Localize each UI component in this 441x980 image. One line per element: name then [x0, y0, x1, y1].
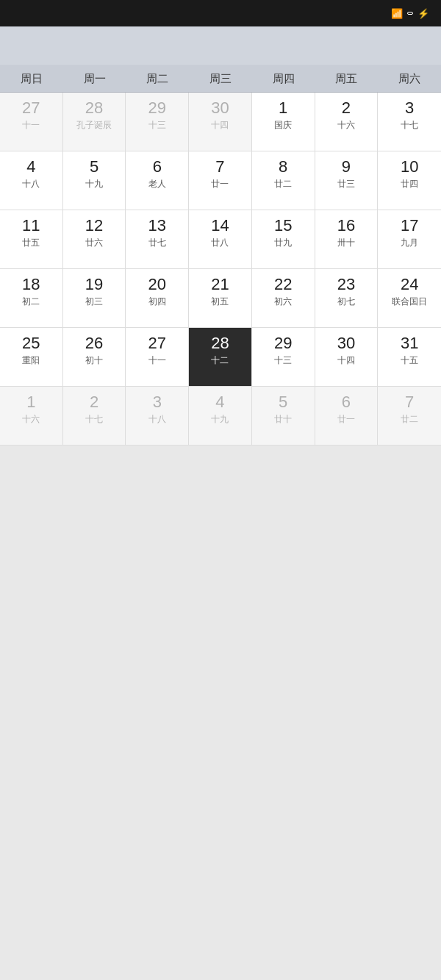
day-cell[interactable]: 4十八	[0, 151, 63, 210]
day-cell[interactable]: 3十七	[378, 93, 441, 151]
day-subtitle: 十三	[274, 355, 292, 367]
dow-cell: 周二	[126, 65, 189, 92]
day-cell[interactable]: 14廿八	[189, 210, 252, 269]
day-cell[interactable]: 22初六	[252, 269, 315, 328]
day-number: 3	[405, 99, 414, 118]
day-number: 14	[211, 216, 229, 235]
day-subtitle: 初五	[211, 296, 229, 308]
day-number: 6	[153, 157, 162, 176]
day-cell[interactable]: 15廿九	[252, 210, 315, 269]
day-cell[interactable]: 5十九	[63, 151, 126, 210]
dow-cell: 周一	[63, 65, 126, 92]
day-subtitle: 联合国日	[392, 296, 427, 308]
day-number: 29	[148, 99, 166, 118]
day-cell[interactable]: 23初七	[315, 269, 379, 328]
day-subtitle: 廿二	[274, 179, 292, 190]
day-number: 4	[26, 157, 35, 176]
day-number: 7	[405, 393, 414, 412]
day-cell[interactable]: 18初二	[0, 269, 63, 328]
day-subtitle: 十三	[148, 120, 166, 132]
day-subtitle: 重阳	[22, 355, 40, 367]
day-number: 27	[22, 99, 40, 118]
day-subtitle: 十七	[401, 120, 418, 132]
day-cell[interactable]: 10廿四	[378, 151, 441, 210]
day-subtitle: 十五	[401, 355, 418, 367]
day-number: 30	[211, 99, 229, 118]
day-subtitle: 廿六	[85, 237, 103, 249]
day-number: 10	[401, 157, 418, 176]
day-cell[interactable]: 16卅十	[315, 210, 379, 269]
day-cell[interactable]: 20初四	[126, 269, 189, 328]
day-cell[interactable]: 28孔子诞辰	[63, 93, 126, 151]
day-number: 9	[342, 157, 351, 176]
dow-cell: 周五	[315, 65, 379, 92]
day-subtitle: 十一	[22, 120, 40, 132]
day-number: 17	[401, 216, 418, 235]
day-number: 25	[22, 334, 40, 353]
day-subtitle: 初七	[337, 296, 355, 308]
day-cell[interactable]: 8廿二	[252, 151, 315, 210]
day-cell[interactable]: 2十七	[63, 387, 126, 446]
day-number: 2	[90, 393, 98, 412]
day-cell[interactable]: 26初十	[63, 328, 126, 387]
day-subtitle: 廿一	[211, 179, 229, 190]
day-number: 6	[342, 393, 351, 412]
day-cell[interactable]: 6老人	[126, 151, 189, 210]
status-right: 📶 ⚡	[391, 8, 429, 19]
day-cell[interactable]: 21初五	[189, 269, 252, 328]
day-cell[interactable]: 28十二	[189, 328, 252, 387]
day-subtitle: 孔子诞辰	[76, 120, 112, 132]
day-number: 5	[90, 157, 98, 176]
day-subtitle: 十九	[211, 414, 229, 426]
day-cell[interactable]: 9廿三	[315, 151, 379, 210]
day-cell[interactable]: 17九月	[378, 210, 441, 269]
day-cell[interactable]: 24联合国日	[378, 269, 441, 328]
day-cell[interactable]: 30十四	[315, 328, 379, 387]
day-cell[interactable]: 13廿七	[126, 210, 189, 269]
day-cell[interactable]: 25重阳	[0, 328, 63, 387]
day-cell[interactable]: 3十八	[126, 387, 189, 446]
day-number: 24	[401, 275, 418, 294]
day-subtitle: 廿二	[401, 414, 418, 426]
day-number: 23	[337, 275, 355, 294]
day-subtitle: 十七	[85, 414, 103, 426]
day-cell[interactable]: 29十三	[126, 93, 189, 151]
day-subtitle: 廿一	[337, 414, 355, 426]
day-cell[interactable]: 11廿五	[0, 210, 63, 269]
day-cell[interactable]: 27十一	[0, 93, 63, 151]
day-number: 16	[337, 216, 355, 235]
day-cell[interactable]: 1国庆	[252, 93, 315, 151]
day-cell[interactable]: 7廿一	[189, 151, 252, 210]
day-cell[interactable]: 2十六	[315, 93, 379, 151]
day-cell[interactable]: 5廿十	[252, 387, 315, 446]
day-cell[interactable]: 27十一	[126, 328, 189, 387]
day-cell[interactable]: 7廿二	[378, 387, 441, 446]
day-subtitle: 十八	[22, 179, 40, 190]
day-subtitle: 十四	[337, 355, 355, 367]
day-subtitle: 十二	[211, 355, 229, 367]
day-cell[interactable]: 6廿一	[315, 387, 379, 446]
day-cell[interactable]: 31十五	[378, 328, 441, 387]
day-cell[interactable]: 19初三	[63, 269, 126, 328]
day-number: 3	[153, 393, 162, 412]
day-number: 21	[211, 275, 229, 294]
day-of-week-row: 周日周一周二周三周四周五周六	[0, 65, 441, 93]
day-cell[interactable]: 4十九	[189, 387, 252, 446]
day-number: 27	[148, 334, 166, 353]
day-cell[interactable]: 1十六	[0, 387, 63, 446]
day-number: 29	[274, 334, 292, 353]
day-subtitle: 初三	[85, 296, 103, 308]
day-cell[interactable]: 30十四	[189, 93, 252, 151]
day-number: 1	[26, 393, 35, 412]
signal-icon: 📶	[391, 8, 403, 19]
day-number: 22	[274, 275, 292, 294]
day-number: 19	[85, 275, 103, 294]
day-cell[interactable]: 29十三	[252, 328, 315, 387]
day-subtitle: 十六	[22, 414, 40, 426]
day-subtitle: 初四	[148, 296, 166, 308]
day-subtitle: 廿十	[274, 414, 292, 426]
dow-cell: 周六	[378, 65, 441, 92]
day-subtitle: 卅十	[337, 237, 355, 249]
day-number: 12	[85, 216, 103, 235]
day-cell[interactable]: 12廿六	[63, 210, 126, 269]
